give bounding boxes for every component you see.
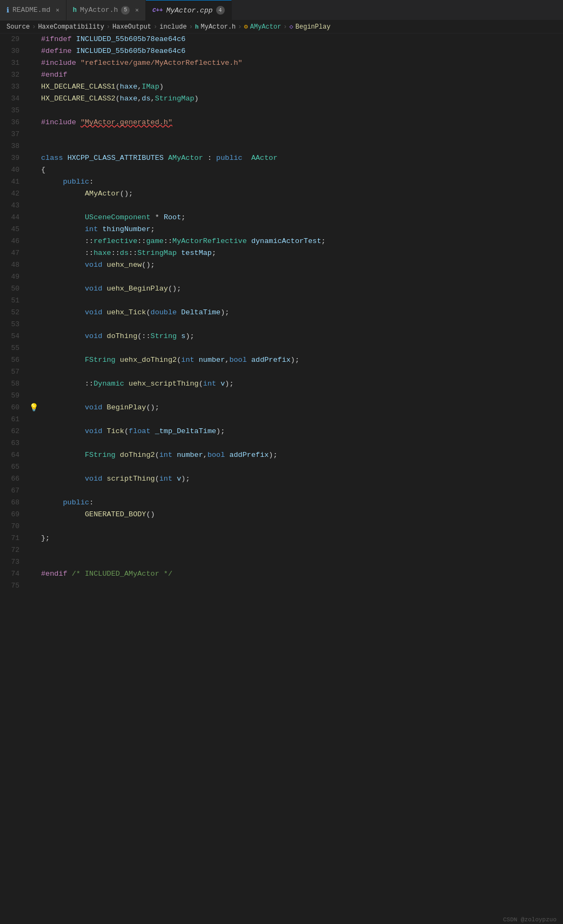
line-number: 31 <box>0 57 28 69</box>
line-content <box>39 342 563 354</box>
line-gutter <box>28 33 39 45</box>
line-gutter <box>28 556 39 568</box>
line-number: 30 <box>0 45 28 57</box>
line-number: 67 <box>0 485 28 497</box>
line-number: 71 <box>0 532 28 544</box>
line-gutter <box>28 378 39 390</box>
status-bar: CSDN @zoloypzuo <box>497 915 563 924</box>
line-number: 63 <box>0 437 28 449</box>
code-line: 57 <box>0 366 563 378</box>
line-number: 45 <box>0 224 28 235</box>
breadcrumb-source[interactable]: Source <box>6 23 30 31</box>
line-content: #endif <box>39 69 563 81</box>
code-line: 49 <box>0 271 563 283</box>
tab-readme[interactable]: ℹ README.md ✕ <box>0 0 66 21</box>
line-content <box>39 390 563 402</box>
line-number: 58 <box>0 378 28 390</box>
tab-bar: ℹ README.md ✕ h MyActor.h 5 ✕ C++ MyActo… <box>0 0 563 21</box>
breadcrumb-amyactor[interactable]: AMyActor <box>250 23 282 31</box>
watermark-text: CSDN @zoloypzuo <box>503 916 557 923</box>
line-content: GENERATED_BODY() <box>39 509 563 521</box>
line-content <box>39 437 563 449</box>
line-gutter <box>28 224 39 235</box>
line-number: 38 <box>0 140 28 152</box>
line-number: 51 <box>0 295 28 307</box>
line-gutter <box>28 461 39 473</box>
line-content <box>39 200 563 212</box>
line-content: void BeginPlay(); <box>39 402 563 414</box>
line-content: void Tick(float _tmp_DeltaTime); <box>39 426 563 437</box>
line-content: int thingNumber; <box>39 224 563 235</box>
code-line: 44 USceneComponent * Root; <box>0 212 563 224</box>
line-content: #endif /* INCLUDED_AMyActor */ <box>39 568 563 580</box>
code-line: 35 <box>0 105 563 117</box>
tab-myactor-h[interactable]: h MyActor.h 5 ✕ <box>66 0 146 21</box>
line-content: #define INCLUDED_55b605b78eae64c6 <box>39 45 563 57</box>
line-number: 41 <box>0 176 28 188</box>
code-line: 70 <box>0 521 563 532</box>
breadcrumb-beginplay[interactable]: BeginPlay <box>296 23 331 31</box>
line-gutter <box>28 188 39 200</box>
tab-myactor-h-badge: 5 <box>121 6 130 15</box>
h-icon: h <box>73 6 77 14</box>
line-number: 49 <box>0 271 28 283</box>
line-content: #include "reflective/game/MyActorReflect… <box>39 57 563 69</box>
breadcrumb-method-icon: ◇ <box>290 23 293 31</box>
line-number: 35 <box>0 105 28 117</box>
line-content: FString doThing2(int number,bool addPref… <box>39 449 563 461</box>
tab-readme-close[interactable]: ✕ <box>56 6 59 14</box>
line-number: 73 <box>0 556 28 568</box>
line-content <box>39 521 563 532</box>
line-content: ::Dynamic uehx_scriptThing(int v); <box>39 378 563 390</box>
line-gutter <box>28 259 39 271</box>
breadcrumb-sep3: › <box>153 23 157 31</box>
code-editor: 29#ifndef INCLUDED_55b605b78eae64c630#de… <box>0 33 563 592</box>
line-gutter <box>28 45 39 57</box>
line-gutter <box>28 580 39 592</box>
line-content: ::reflective::game::MyActorReflective dy… <box>39 235 563 247</box>
line-number: 68 <box>0 497 28 509</box>
line-number: 37 <box>0 129 28 140</box>
line-number: 52 <box>0 307 28 319</box>
line-content: void uehx_new(); <box>39 259 563 271</box>
line-number: 60 <box>0 402 28 414</box>
breadcrumb-haxeoutput[interactable]: HaxeOutput <box>112 23 151 31</box>
line-content <box>39 140 563 152</box>
line-content <box>39 295 563 307</box>
lightbulb-icon: 💡 <box>29 402 38 414</box>
line-gutter <box>28 164 39 176</box>
breadcrumb: Source › HaxeCompatibility › HaxeOutput … <box>0 21 563 33</box>
line-gutter <box>28 81 39 93</box>
code-line: 75 <box>0 580 563 592</box>
line-number: 42 <box>0 188 28 200</box>
line-gutter <box>28 69 39 81</box>
line-content: HX_DECLARE_CLASS1(haxe,IMap) <box>39 81 563 93</box>
code-line: 65 <box>0 461 563 473</box>
line-gutter <box>28 176 39 188</box>
code-line: 71}; <box>0 532 563 544</box>
line-content <box>39 461 563 473</box>
breadcrumb-include[interactable]: include <box>159 23 186 31</box>
code-line: 63 <box>0 437 563 449</box>
line-content: class HXCPP_CLASS_ATTRIBUTES AMyActor : … <box>39 152 563 164</box>
line-content: void uehx_BeginPlay(); <box>39 283 563 295</box>
line-number: 32 <box>0 69 28 81</box>
line-gutter <box>28 247 39 259</box>
line-gutter <box>28 414 39 426</box>
code-line: 30#define INCLUDED_55b605b78eae64c6 <box>0 45 563 57</box>
breadcrumb-haxecompat[interactable]: HaxeCompatibility <box>38 23 104 31</box>
line-gutter <box>28 331 39 342</box>
line-gutter <box>28 544 39 556</box>
line-number: 48 <box>0 259 28 271</box>
breadcrumb-class-icon: ⚙ <box>244 23 248 31</box>
code-line: 43 <box>0 200 563 212</box>
line-content <box>39 105 563 117</box>
readme-icon: ℹ <box>6 6 9 15</box>
line-content: void uehx_Tick(double DeltaTime); <box>39 307 563 319</box>
breadcrumb-myactorh[interactable]: MyActor.h <box>201 23 236 31</box>
line-content <box>39 129 563 140</box>
tab-myactor-cpp[interactable]: C++ MyActor.cpp 4 <box>146 0 232 21</box>
line-number: 29 <box>0 33 28 45</box>
code-line: 54 void doThing(::String s); <box>0 331 563 342</box>
tab-myactor-h-close[interactable]: ✕ <box>135 6 139 14</box>
